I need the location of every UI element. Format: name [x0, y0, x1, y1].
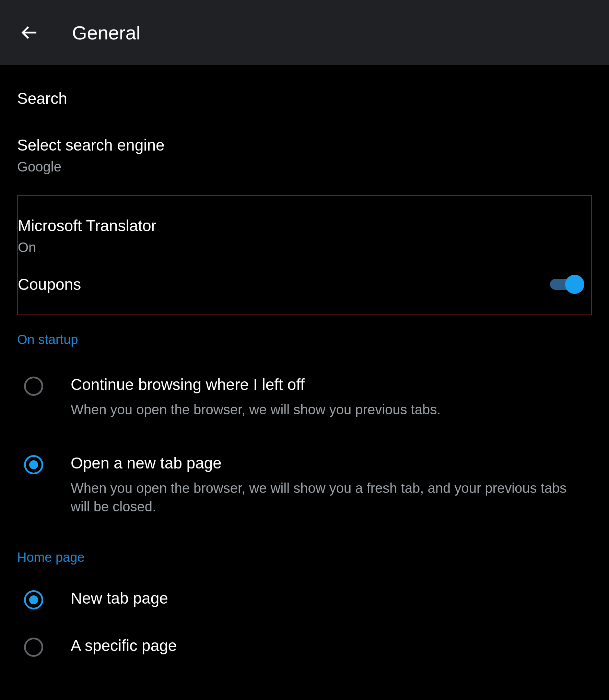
- radio-icon: [24, 377, 43, 396]
- back-button[interactable]: [19, 22, 39, 43]
- translator-row[interactable]: Microsoft Translator On: [18, 206, 591, 265]
- startup-section-header: On startup: [17, 315, 592, 357]
- radio-icon: [24, 638, 43, 657]
- highlighted-group: Microsoft Translator On Coupons: [17, 195, 592, 316]
- translator-value: On: [18, 240, 591, 255]
- homepage-option-newtab[interactable]: New tab page: [17, 575, 592, 622]
- homepage-section-header: Home page: [17, 533, 592, 575]
- select-search-engine-value: Google: [17, 159, 592, 175]
- app-bar: General: [0, 0, 609, 65]
- homepage-option-specific[interactable]: A specific page: [17, 622, 592, 670]
- startup-option-continue[interactable]: Continue browsing where I left off When …: [17, 357, 592, 436]
- coupons-toggle[interactable]: [550, 275, 584, 294]
- toggle-thumb: [565, 275, 584, 294]
- coupons-row[interactable]: Coupons: [18, 265, 591, 305]
- page-title: General: [72, 22, 140, 44]
- homepage-option-title: New tab page: [71, 588, 592, 609]
- coupons-title: Coupons: [18, 274, 550, 295]
- search-section-label: Search: [17, 65, 592, 121]
- arrow-left-icon: [20, 23, 39, 42]
- settings-content: Search Select search engine Google Micro…: [0, 65, 609, 670]
- translator-title: Microsoft Translator: [18, 216, 591, 236]
- startup-option-newtab[interactable]: Open a new tab page When you open the br…: [17, 436, 592, 533]
- select-search-engine-title: Select search engine: [17, 135, 592, 156]
- radio-icon: [24, 455, 43, 474]
- select-search-engine-row[interactable]: Select search engine Google: [17, 121, 592, 188]
- startup-option-sub: When you open the browser, we will show …: [71, 479, 592, 516]
- startup-option-sub: When you open the browser, we will show …: [71, 400, 592, 419]
- startup-option-title: Open a new tab page: [71, 453, 592, 474]
- radio-icon: [24, 590, 43, 609]
- startup-option-title: Continue browsing where I left off: [71, 375, 592, 395]
- homepage-option-title: A specific page: [71, 636, 592, 656]
